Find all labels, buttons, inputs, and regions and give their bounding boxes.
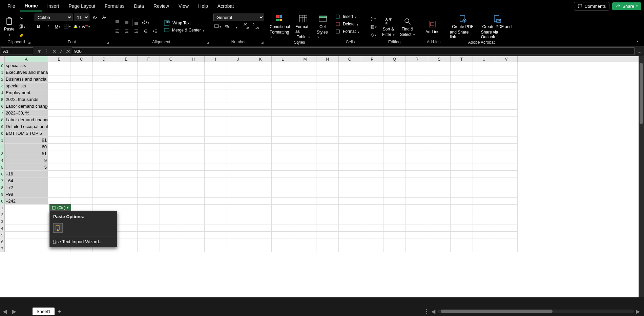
fill-button[interactable]: ▥ <box>369 23 377 30</box>
cell[interactable] <box>339 110 361 117</box>
cell[interactable] <box>451 225 473 232</box>
cell[interactable] <box>406 130 428 137</box>
cell[interactable] <box>48 83 70 89</box>
cell[interactable] <box>339 150 361 157</box>
cell[interactable] <box>451 130 473 137</box>
cell[interactable] <box>361 157 383 164</box>
cell[interactable] <box>160 211 182 218</box>
cell[interactable] <box>227 62 249 69</box>
cell[interactable] <box>294 123 316 130</box>
cell[interactable] <box>5 225 48 232</box>
cell[interactable] <box>138 117 160 123</box>
cell[interactable] <box>138 232 160 238</box>
cell[interactable] <box>272 89 294 96</box>
cell[interactable] <box>205 225 227 232</box>
cell[interactable]: –72 <box>5 184 48 191</box>
cell[interactable] <box>93 137 115 144</box>
cell[interactable] <box>70 177 93 184</box>
cell[interactable] <box>182 177 205 184</box>
copy-button[interactable] <box>18 23 26 30</box>
cell[interactable] <box>316 76 339 83</box>
cell[interactable] <box>272 123 294 130</box>
cell[interactable] <box>205 130 227 137</box>
cell[interactable] <box>451 218 473 225</box>
cell[interactable] <box>249 157 272 164</box>
paste-smarttag[interactable]: (Ctrl) ▾ <box>49 204 71 211</box>
cell[interactable] <box>182 211 205 218</box>
cell[interactable] <box>138 157 160 164</box>
cell[interactable] <box>160 130 182 137</box>
cell[interactable] <box>383 103 406 110</box>
cell[interactable] <box>48 103 70 110</box>
align-bottom-button[interactable] <box>132 19 140 26</box>
cell[interactable] <box>182 96 205 103</box>
cell[interactable] <box>93 76 115 83</box>
cell[interactable] <box>451 171 473 177</box>
row-header[interactable]: 0 <box>0 198 5 205</box>
cell[interactable] <box>160 69 182 76</box>
column-header[interactable]: T <box>451 56 473 62</box>
cell[interactable] <box>294 225 316 232</box>
cell[interactable] <box>272 76 294 83</box>
cell[interactable] <box>182 83 205 89</box>
cell[interactable] <box>70 164 93 171</box>
cell[interactable] <box>70 62 93 69</box>
cell[interactable] <box>383 150 406 157</box>
cell[interactable] <box>316 164 339 171</box>
cell[interactable] <box>428 123 451 130</box>
row-header[interactable]: 8 <box>0 184 5 191</box>
cell[interactable] <box>383 184 406 191</box>
row-header[interactable]: 1 <box>0 205 5 211</box>
cell[interactable] <box>160 96 182 103</box>
cell[interactable] <box>294 205 316 211</box>
cell[interactable] <box>451 191 473 198</box>
cell[interactable] <box>451 89 473 96</box>
cell[interactable] <box>249 205 272 211</box>
select-all-corner[interactable] <box>0 56 5 62</box>
decrease-font-button[interactable]: A▾ <box>100 14 108 21</box>
italic-button[interactable]: I <box>44 22 52 30</box>
cell[interactable] <box>473 83 495 89</box>
cell[interactable] <box>205 184 227 191</box>
cell[interactable] <box>115 83 138 89</box>
cell[interactable] <box>115 177 138 184</box>
cell[interactable]: specialists <box>5 62 48 69</box>
cell[interactable] <box>495 225 518 232</box>
cell[interactable] <box>495 184 518 191</box>
cell[interactable] <box>339 184 361 191</box>
font-color-button[interactable]: A <box>82 22 90 30</box>
cell[interactable] <box>473 137 495 144</box>
tab-view[interactable]: View <box>174 1 193 11</box>
cell[interactable] <box>93 198 115 205</box>
row-header[interactable]: 0 <box>0 62 5 69</box>
cell[interactable] <box>272 218 294 225</box>
cell[interactable] <box>93 110 115 117</box>
cell[interactable] <box>428 198 451 205</box>
cell[interactable] <box>227 164 249 171</box>
column-header[interactable]: N <box>316 56 339 62</box>
cell[interactable] <box>160 191 182 198</box>
cell[interactable] <box>115 157 138 164</box>
cell[interactable] <box>294 130 316 137</box>
cell[interactable] <box>495 191 518 198</box>
cell[interactable] <box>249 89 272 96</box>
create-pdf-button[interactable]: Create PDF and Share link <box>448 14 478 40</box>
cell[interactable] <box>316 110 339 117</box>
cell[interactable] <box>383 245 406 252</box>
cell[interactable] <box>294 150 316 157</box>
cell[interactable] <box>160 184 182 191</box>
cell[interactable] <box>249 164 272 171</box>
cell[interactable] <box>495 232 518 238</box>
cell[interactable] <box>339 130 361 137</box>
cell[interactable] <box>406 225 428 232</box>
cell[interactable] <box>361 164 383 171</box>
cell[interactable] <box>428 150 451 157</box>
find-select-button[interactable]: Find & Select <box>398 16 417 38</box>
cell[interactable] <box>160 218 182 225</box>
underline-button[interactable]: U <box>54 22 62 30</box>
cell[interactable] <box>160 225 182 232</box>
cell[interactable] <box>316 171 339 177</box>
cell[interactable] <box>339 225 361 232</box>
dialog-launcher-icon[interactable]: ◢ <box>207 41 209 44</box>
cell[interactable] <box>495 198 518 205</box>
